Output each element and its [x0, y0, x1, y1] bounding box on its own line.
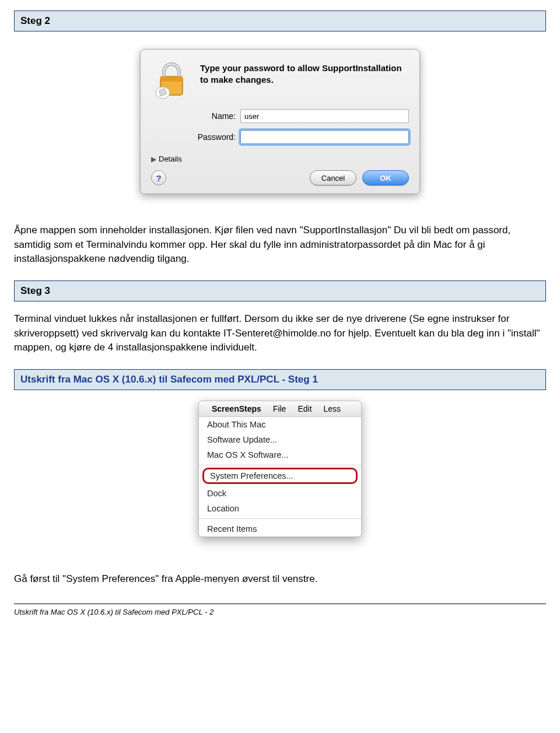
- dialog-top-row: Type your password to allow SupportInsta…: [151, 60, 409, 102]
- lock-icon: [151, 60, 192, 102]
- password-label: Password:: [151, 132, 236, 142]
- name-label: Name:: [151, 111, 236, 121]
- menu-item-system-preferences[interactable]: System Preferences...: [202, 468, 358, 484]
- menu-item-dock[interactable]: Dock: [199, 486, 361, 501]
- steg2-body-text: Åpne mappen som inneholder installasjone…: [14, 223, 546, 266]
- help-button[interactable]: ?: [151, 170, 166, 185]
- details-disclosure[interactable]: ▶ Details: [151, 155, 409, 163]
- help-icon: ?: [156, 173, 161, 183]
- menubar-less[interactable]: Less: [319, 403, 346, 415]
- disclosure-triangle-icon: ▶: [151, 155, 156, 163]
- section-header-steg3: Steg 3: [14, 280, 546, 301]
- menu-item-recent[interactable]: Recent Items: [199, 521, 361, 536]
- menu-item-location[interactable]: Location: [199, 501, 361, 516]
- password-field-row: Password:: [151, 130, 409, 144]
- menu-separator: [199, 465, 361, 465]
- details-label: Details: [159, 155, 182, 163]
- password-dialog: Type your password to allow SupportInsta…: [140, 49, 420, 194]
- menubar-app-name[interactable]: ScreenSteps: [207, 403, 266, 415]
- ok-button[interactable]: OK: [362, 170, 409, 185]
- menu-separator: [199, 518, 361, 519]
- menubar-edit[interactable]: Edit: [293, 403, 316, 415]
- password-input[interactable]: [240, 130, 409, 144]
- steg3-body-text: Terminal vinduet lukkes når installasjon…: [14, 312, 546, 355]
- name-field-row: Name:: [151, 109, 409, 123]
- menu-item-software-update[interactable]: Software Update...: [199, 432, 361, 447]
- name-input[interactable]: [240, 109, 409, 123]
- apple-menu-screenshot: ScreenSteps File Edit Less About This Ma…: [14, 401, 546, 537]
- menubar-file[interactable]: File: [268, 403, 291, 415]
- dialog-container: Type your password to allow SupportInsta…: [14, 49, 546, 194]
- dialog-title: Type your password to allow SupportInsta…: [200, 60, 409, 86]
- apple-menu: ScreenSteps File Edit Less About This Ma…: [198, 401, 362, 537]
- footer-rule: [14, 604, 546, 604]
- menu-item-about[interactable]: About This Mac: [199, 417, 361, 432]
- section-header-utskrift: Utskrift fra Mac OS X (10.6.x) til Safec…: [14, 369, 546, 390]
- footer-text: Utskrift fra Mac OS X (10.6.x) til Safec…: [14, 608, 546, 616]
- utskrift-body-text: Gå først til "System Preferences" fra Ap…: [14, 572, 546, 587]
- section-header-steg2: Steg 2: [14, 10, 546, 31]
- dialog-button-row: ? Cancel OK: [151, 170, 409, 185]
- cancel-button[interactable]: Cancel: [310, 170, 356, 185]
- svg-rect-1: [160, 76, 183, 82]
- menu-item-macosx-software[interactable]: Mac OS X Software...: [199, 447, 361, 462]
- menubar: ScreenSteps File Edit Less: [199, 401, 361, 417]
